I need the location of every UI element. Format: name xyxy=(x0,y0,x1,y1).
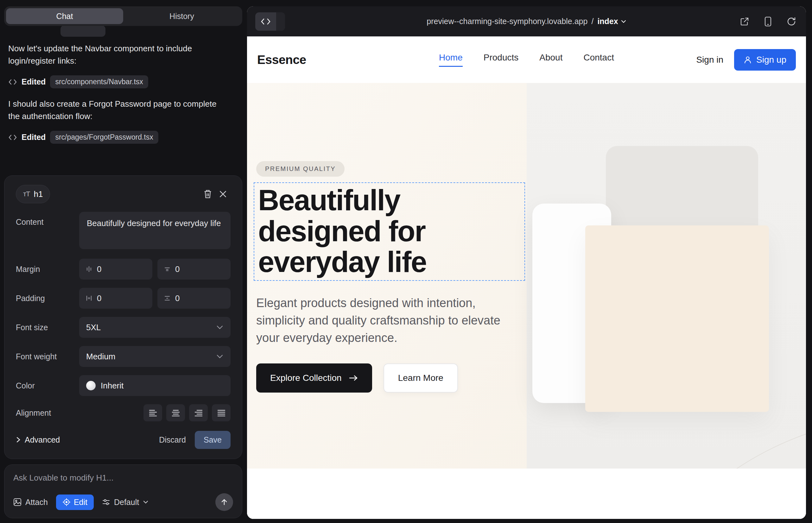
edited-label: Edited xyxy=(21,133,46,142)
margin-y-input[interactable] xyxy=(175,264,194,274)
margin-row: Margin xyxy=(16,259,231,279)
save-button[interactable]: Save xyxy=(195,431,231,449)
composer-toolbar: Attach Edit Default xyxy=(13,493,233,511)
padding-x-field[interactable] xyxy=(79,288,152,309)
content-label: Content xyxy=(16,212,79,227)
composer-input[interactable] xyxy=(13,473,233,483)
align-center-button[interactable] xyxy=(166,404,185,421)
sign-up-button[interactable]: Sign up xyxy=(734,49,796,71)
decor-shape-cream xyxy=(585,226,769,412)
padding-x-input[interactable] xyxy=(97,293,116,303)
margin-x-field[interactable] xyxy=(79,259,152,279)
tab-history[interactable]: History xyxy=(123,8,240,24)
tab-chat[interactable]: Chat xyxy=(6,8,123,24)
font-weight-label: Font weight xyxy=(16,352,79,361)
alignment-label: Alignment xyxy=(16,409,79,418)
nav-link-about[interactable]: About xyxy=(539,53,562,67)
arrow-right-icon xyxy=(349,375,358,381)
selected-h1-outline[interactable]: Beautifully designed for everyday life xyxy=(254,182,525,281)
send-button[interactable] xyxy=(215,493,233,511)
font-size-select[interactable]: 5XL xyxy=(79,317,231,338)
code-icon xyxy=(8,78,17,86)
cta-primary-label: Explore Collection xyxy=(270,373,342,383)
edit-label: Edit xyxy=(74,498,87,507)
content-row: Content Beautifully designed for everyda… xyxy=(16,212,231,250)
align-justify-icon xyxy=(217,409,226,416)
chevron-down-icon xyxy=(621,20,626,23)
sliders-icon xyxy=(102,498,110,506)
attach-button[interactable]: Attach xyxy=(13,498,48,507)
edit-mode-button[interactable]: Edit xyxy=(56,494,94,510)
nav-link-products[interactable]: Products xyxy=(483,53,519,67)
code-icon xyxy=(8,134,17,141)
hero-subtext: Elegant products designed with intention… xyxy=(256,294,510,347)
edited-file-row: Edited src/pages/ForgotPassword.tsx xyxy=(8,131,238,144)
chevron-down-icon xyxy=(143,500,148,504)
padding-y-input[interactable] xyxy=(175,293,194,303)
composer: Attach Edit Default xyxy=(4,465,242,518)
trash-icon xyxy=(203,189,212,199)
user-icon xyxy=(744,56,752,64)
nav-link-home[interactable]: Home xyxy=(439,53,463,67)
device-preview-button[interactable] xyxy=(762,15,774,28)
font-size-label: Font size xyxy=(16,323,79,332)
code-view-toggle[interactable] xyxy=(255,12,285,31)
code-icon xyxy=(260,18,271,25)
selected-element-pill[interactable]: тT h1 xyxy=(16,185,50,203)
external-link-icon xyxy=(740,17,749,26)
align-justify-button[interactable] xyxy=(212,404,231,421)
model-default-button[interactable]: Default xyxy=(102,498,148,507)
element-editor-panel: тT h1 Content Beautifully designed for e… xyxy=(4,175,242,459)
text-size-icon: тT xyxy=(23,190,30,198)
default-label: Default xyxy=(114,498,139,507)
chevron-down-icon xyxy=(216,354,224,359)
code-toggle-segment[interactable] xyxy=(276,12,285,31)
font-weight-value: Medium xyxy=(86,352,115,362)
edited-file-chip[interactable]: src/pages/ForgotPassword.tsx xyxy=(50,131,158,144)
alignment-row: Alignment xyxy=(16,404,231,421)
align-right-button[interactable] xyxy=(189,404,208,421)
color-swatch xyxy=(86,381,96,390)
color-label: Color xyxy=(16,381,79,390)
refresh-button[interactable] xyxy=(785,15,798,28)
learn-more-button[interactable]: Learn More xyxy=(384,363,458,393)
font-weight-select[interactable]: Medium xyxy=(79,346,231,367)
explore-collection-button[interactable]: Explore Collection xyxy=(256,363,372,393)
advanced-toggle[interactable]: Advanced xyxy=(16,435,60,445)
color-value: Inherit xyxy=(101,381,124,391)
url-separator: / xyxy=(591,17,594,26)
edited-file-chip[interactable]: src/components/Navbar.tsx xyxy=(50,75,148,88)
margin-y-icon xyxy=(164,266,171,273)
sign-up-label: Sign up xyxy=(756,55,786,65)
padding-y-field[interactable] xyxy=(157,288,231,309)
align-right-icon xyxy=(194,409,203,416)
site-navbar: Essence Home Products About Contact Sign… xyxy=(247,36,806,83)
preview-url[interactable]: preview--charming-site-symphony.lovable.… xyxy=(427,17,587,26)
open-in-new-tab-button[interactable] xyxy=(738,15,751,28)
margin-x-input[interactable] xyxy=(97,264,116,274)
nav-link-contact[interactable]: Contact xyxy=(583,53,614,67)
color-row: Color Inherit xyxy=(16,375,231,396)
element-tag-label: h1 xyxy=(34,189,43,199)
target-icon xyxy=(63,498,71,506)
margin-y-field[interactable] xyxy=(157,259,231,279)
edited-label: Edited xyxy=(21,77,46,86)
hero-headline[interactable]: Beautifully designed for everyday life xyxy=(258,185,520,278)
margin-label: Margin xyxy=(16,265,79,274)
color-select[interactable]: Inherit xyxy=(79,375,231,396)
preview-site: Essence Home Products About Contact Sign… xyxy=(247,36,806,519)
url-bar: preview--charming-site-symphony.lovable.… xyxy=(247,17,806,26)
align-left-button[interactable] xyxy=(143,404,162,421)
page-selector[interactable]: index xyxy=(597,17,626,26)
refresh-icon xyxy=(787,17,796,26)
sign-in-button[interactable]: Sign in xyxy=(696,55,723,65)
delete-element-button[interactable] xyxy=(200,186,215,202)
close-editor-button[interactable] xyxy=(215,186,231,202)
discard-button[interactable]: Discard xyxy=(159,435,186,445)
content-input[interactable]: Beautifully designed for everyday life xyxy=(79,212,231,249)
assistant-message: Now let's update the Navbar component to… xyxy=(8,42,230,67)
site-brand[interactable]: Essence xyxy=(257,53,306,67)
padding-y-icon xyxy=(164,295,171,302)
editor-footer: Advanced Discard Save xyxy=(16,430,231,450)
align-left-icon xyxy=(148,409,157,416)
